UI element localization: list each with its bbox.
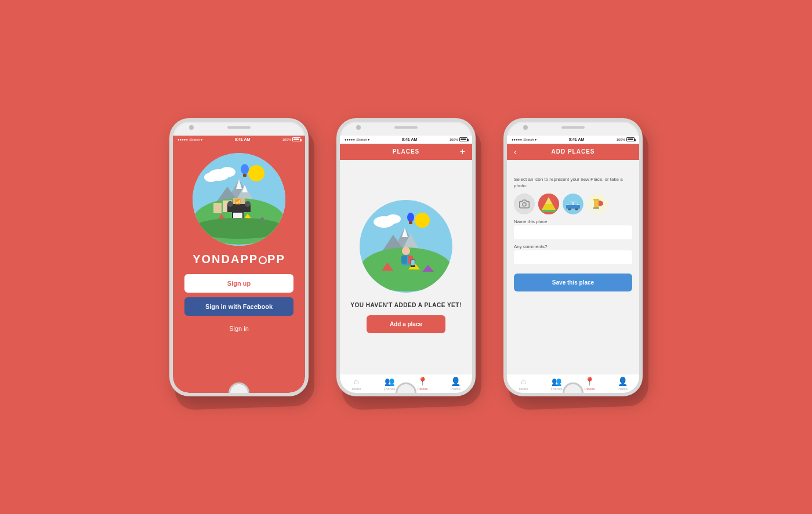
tab-profile-2[interactable]: 👤 Profile xyxy=(439,377,472,391)
phone3-screen: ●●●●● Sketch ▾ 9:41 AM 100% ‹ ADD xyxy=(507,136,639,393)
back-button[interactable]: ‹ xyxy=(514,147,517,156)
tab-home-label-2: Home xyxy=(351,387,361,391)
svg-rect-56 xyxy=(566,205,580,209)
places-navbar: PLACES + xyxy=(340,144,472,160)
tab-places-label-2: Places xyxy=(417,387,427,391)
comments-field-section: Any comments? xyxy=(514,244,632,264)
home-icon-3: ⌂ xyxy=(521,377,525,386)
svg-rect-57 xyxy=(568,202,572,205)
friends-icon-2: 👥 xyxy=(385,377,394,386)
name-field-section: Name this place xyxy=(514,219,632,239)
svg-point-1 xyxy=(248,165,264,181)
status-bar-3: ●●●●● Sketch ▾ 9:41 AM 100% xyxy=(507,136,639,144)
status-time-1: 9:41 AM xyxy=(235,137,251,141)
places-content: YOU HAVEN'T ADDED A PLACE YET! Add a pla… xyxy=(340,160,472,374)
signup-button[interactable]: Sign up xyxy=(184,274,293,293)
home-icon-2: ⌂ xyxy=(354,377,358,386)
tab-profile-label-2: Profile xyxy=(451,387,461,391)
add-place-nav-button[interactable]: + xyxy=(460,147,465,157)
tab-home-label-3: Home xyxy=(519,387,528,391)
camera-icon-option[interactable] xyxy=(514,194,535,214)
svg-rect-60 xyxy=(594,199,599,207)
carrier-dots-3: ●●●●● xyxy=(512,138,522,141)
car-icon-option[interactable] xyxy=(563,194,583,214)
tab-home-2[interactable]: ⌂ Home xyxy=(340,377,373,391)
tab-profile-3[interactable]: 👤 Profile xyxy=(606,377,639,391)
battery-text-3: 100% xyxy=(617,138,625,141)
svg-rect-15 xyxy=(213,203,222,213)
carrier-name-3: Sketch xyxy=(523,138,534,141)
status-bar-2: ●●●●● Sketch ▾ 9:41 AM 100% xyxy=(340,136,472,144)
svg-point-18 xyxy=(245,201,251,207)
wifi-icon: ▾ xyxy=(201,137,202,141)
tab-home-3[interactable]: ⌂ Home xyxy=(507,377,540,391)
svg-point-30 xyxy=(407,213,414,222)
svg-point-63 xyxy=(599,201,603,206)
add-place-button[interactable]: Add a place xyxy=(367,315,445,333)
friends-icon-3: 👥 xyxy=(552,377,561,386)
tab-friends-label-2: Friends xyxy=(383,387,395,391)
profile-icon-3: 👤 xyxy=(618,377,628,386)
svg-point-17 xyxy=(227,201,233,207)
carrier-dots-2: ●●●●● xyxy=(345,138,355,141)
places-illustration xyxy=(360,200,452,293)
profile-icon-2: 👤 xyxy=(451,377,461,386)
svg-rect-39 xyxy=(401,256,407,264)
phone3-wrapper: ●●●●● Sketch ▾ 9:41 AM 100% ‹ ADD xyxy=(503,118,643,396)
svg-rect-31 xyxy=(409,221,412,224)
app-logo-circle xyxy=(259,256,267,264)
facebook-signin-button[interactable]: Sign in with Facebook xyxy=(184,297,293,316)
phone1-screen: ●●●●● Sketch ▾ 9:41 AM 100% xyxy=(173,136,305,393)
svg-rect-62 xyxy=(593,199,599,201)
svg-point-46 xyxy=(523,203,526,206)
hero-section: 📶 xyxy=(173,144,305,250)
hero-circle: 📶 xyxy=(193,153,285,246)
svg-rect-64 xyxy=(593,207,599,209)
signin-button[interactable]: Sign in xyxy=(184,320,293,337)
svg-rect-50 xyxy=(542,210,556,212)
svg-rect-58 xyxy=(574,202,577,205)
icon-options-row xyxy=(514,194,632,214)
icon-select-label: Select an icon to represent your new Pla… xyxy=(514,176,632,189)
phone2: ●●●●● Sketch ▾ 9:41 AM 100% PLACES xyxy=(336,118,476,396)
tab-profile-label-3: Profile xyxy=(618,387,628,391)
battery-icon-1 xyxy=(292,137,300,141)
comments-input[interactable] xyxy=(514,250,632,264)
phones-container: ●●●●● Sketch ▾ 9:41 AM 100% xyxy=(169,118,643,396)
phone1: ●●●●● Sketch ▾ 9:41 AM 100% xyxy=(169,118,309,396)
places-title: PLACES xyxy=(393,148,420,155)
battery-text-2: 100% xyxy=(449,138,458,141)
comments-label: Any comments? xyxy=(514,244,632,249)
save-place-button[interactable]: Save this place xyxy=(514,274,632,291)
app-name-suffix: PP xyxy=(267,253,285,265)
battery-icon-3 xyxy=(626,137,635,141)
wifi-icon-2: ▾ xyxy=(368,137,369,141)
carrier-dots: ●●●●● xyxy=(177,138,188,141)
phone2-wrapper: ●●●●● Sketch ▾ 9:41 AM 100% PLACES xyxy=(336,118,476,396)
camping-icon-option[interactable] xyxy=(538,194,559,214)
phone1-wrapper: ●●●●● Sketch ▾ 9:41 AM 100% xyxy=(169,118,309,396)
name-input[interactable] xyxy=(514,225,632,239)
no-places-text: YOU HAVEN'T ADDED A PLACE YET! xyxy=(350,302,461,308)
drinks-icon-option[interactable] xyxy=(587,194,608,214)
battery-icon-2 xyxy=(459,137,467,141)
carrier-name: Sketch xyxy=(189,138,200,141)
places-icon-2: 📍 xyxy=(418,377,427,386)
tab-friends-label-3: Friends xyxy=(550,387,562,391)
add-places-title: ADD PLACES xyxy=(551,148,594,155)
svg-point-29 xyxy=(386,214,401,224)
wifi-icon-3: ▾ xyxy=(535,137,536,141)
login-buttons: Sign up Sign in with Facebook Sign in xyxy=(173,274,305,337)
svg-point-27 xyxy=(415,213,430,228)
add-places-navbar: ‹ ADD PLACES xyxy=(507,144,639,160)
status-bar-1: ●●●●● Sketch ▾ 9:41 AM 100% xyxy=(173,136,305,144)
battery-text-1: 100% xyxy=(282,138,291,141)
svg-point-37 xyxy=(402,247,410,255)
svg-rect-45 xyxy=(411,260,415,265)
status-time-3: 9:41 AM xyxy=(569,137,585,141)
svg-point-3 xyxy=(219,167,235,177)
places-icon-3: 📍 xyxy=(585,377,594,386)
svg-point-25 xyxy=(193,218,285,239)
svg-text:📶: 📶 xyxy=(235,199,241,205)
app-name: YONDAPPPP xyxy=(173,253,305,266)
